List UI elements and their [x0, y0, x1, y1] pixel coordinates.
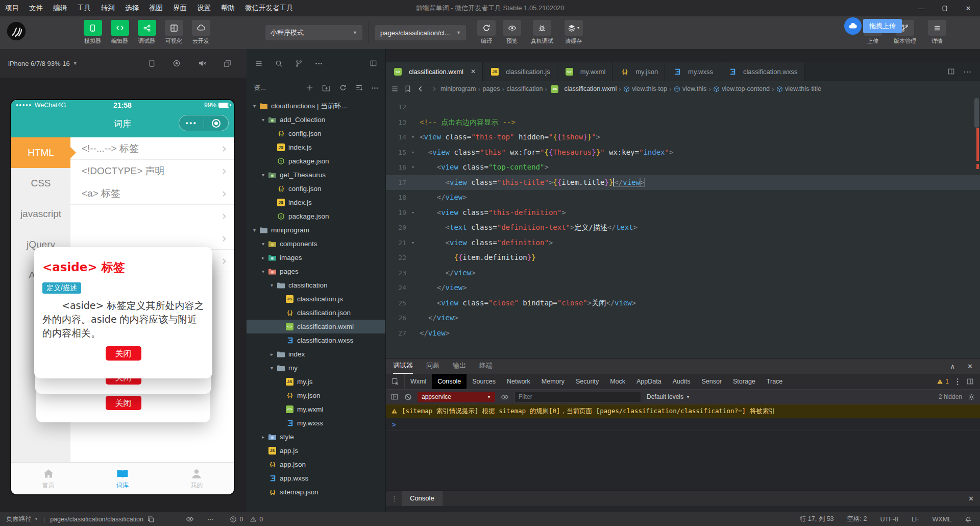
tree-item-package.json[interactable]: Spackage.json — [247, 154, 385, 168]
breadcrumb-item-view.this-top[interactable]: view.this-top — [623, 85, 667, 92]
editor-tab-my.json[interactable]: {..}my.json — [612, 62, 665, 81]
breadcrumb-item-view.this-title[interactable]: view.this-title — [776, 85, 821, 92]
toolbar-button-云开发[interactable]: 云开发 — [187, 20, 214, 45]
search-icon[interactable] — [275, 60, 283, 67]
file-list-icon[interactable] — [255, 60, 263, 67]
device-selector[interactable]: iPhone 6/7/8 93% 16 — [8, 60, 70, 67]
toolbar-button-编辑器[interactable]: 编辑器 — [106, 20, 133, 45]
editor-tab-classification.js[interactable]: JSclassification.js — [483, 62, 557, 81]
tree-item-my.js[interactable]: JSmy.js — [247, 375, 385, 389]
tree-item-classification.json[interactable]: {..}classification.json — [247, 306, 385, 320]
code-line-15[interactable]: 15▾ <view class="this" wx:for="{{Thesaur… — [386, 145, 980, 160]
collapse-sidebar-icon[interactable] — [370, 60, 377, 67]
fold-arrow-icon[interactable]: ▾ — [406, 235, 420, 251]
menu-item-工具[interactable]: 工具 — [72, 0, 96, 16]
console-warning-row[interactable]: [sitemap 索引情况提示] 根据 sitemap 的规则[0]，当前页面 … — [386, 404, 980, 418]
list-item-<!DOCTYPE> 声明[interactable]: <!DOCTYPE> 声明› — [70, 160, 234, 182]
compile-config-select[interactable]: pages/classification/cl...▼ — [375, 25, 466, 40]
tree-item-classification.js[interactable]: JSclassification.js — [247, 292, 385, 306]
menu-item-设置[interactable]: 设置 — [192, 0, 216, 16]
toolbar-button-详情[interactable]: 详情 — [924, 20, 950, 45]
tree-item-config.json[interactable]: {..}config.json — [247, 182, 385, 196]
eol-setting[interactable]: LF — [912, 516, 919, 523]
code-line-16[interactable]: 16▾ <view class="top-contend"> — [386, 160, 980, 175]
clear-console-icon[interactable] — [404, 393, 412, 401]
cloud-upload-icon[interactable] — [844, 17, 862, 35]
devtools-tab-Security[interactable]: Security — [570, 374, 604, 389]
menu-item-界面[interactable]: 界面 — [168, 0, 192, 16]
close-tab-icon[interactable]: ✕ — [471, 68, 476, 75]
devtools-tab-Sources[interactable]: Sources — [467, 374, 501, 389]
code-line-24[interactable]: 24 </view> — [386, 280, 980, 296]
mute-icon[interactable] — [198, 59, 206, 67]
code-line-23[interactable]: 23 </view> — [386, 266, 980, 281]
copy-path-icon[interactable] — [148, 516, 154, 523]
drawer-tab-终端[interactable]: 终端 — [479, 358, 493, 374]
sidebar-item-javascript[interactable]: javascript — [11, 199, 70, 229]
tree-item-index.js[interactable]: JSindex.js — [247, 196, 385, 209]
tree-item-classification[interactable]: ▾classification — [247, 278, 385, 292]
bookmark-icon[interactable] — [405, 85, 411, 92]
collapse-all-icon[interactable] — [355, 84, 363, 91]
list-item[interactable]: › — [70, 227, 234, 250]
tree-item-app.wxss[interactable]: app.wxss — [247, 471, 385, 485]
language-mode[interactable]: WXML — [933, 516, 952, 523]
encoding-setting[interactable]: UTF-8 — [880, 516, 898, 523]
toolbar-button-编译[interactable]: 编译 — [474, 20, 499, 45]
editor-tab-my.wxss[interactable]: my.wxss — [665, 62, 720, 81]
more-icon[interactable] — [315, 62, 323, 65]
sidebar-item-HTML[interactable]: HTML — [11, 137, 70, 168]
list-item[interactable]: › — [70, 205, 234, 227]
collapse-panel-icon[interactable]: ∧ — [950, 363, 955, 370]
drawer-handle-icon[interactable]: ⋮ — [386, 495, 402, 503]
drawer-tab-调试器[interactable]: 调试器 — [393, 358, 413, 374]
kebab-menu-icon[interactable] — [957, 378, 959, 386]
devtools-tab-Mock[interactable]: Mock — [604, 374, 631, 389]
close-button[interactable]: 关闭 — [106, 396, 141, 410]
editor-tab-classification.wxss[interactable]: classification.wxss — [720, 62, 804, 81]
tree-item-my.wxss[interactable]: my.wxss — [247, 416, 385, 430]
float-window-icon[interactable] — [224, 60, 231, 67]
context-select[interactable]: appservice▼ — [418, 392, 495, 402]
code-line-26[interactable]: 26 </view> — [386, 310, 980, 326]
code-line-18[interactable]: 18 </view> — [386, 190, 980, 205]
devtools-tab-Console[interactable]: Console — [432, 374, 467, 389]
breadcrumb-item-classification[interactable]: classification — [507, 85, 543, 92]
menu-item-文件[interactable]: 文件 — [24, 0, 48, 16]
log-levels-select[interactable]: Default levels▼ — [647, 393, 690, 400]
refresh-icon[interactable] — [339, 84, 347, 91]
console-sidebar-icon[interactable] — [390, 393, 399, 400]
toolbar-button-调试器[interactable]: 调试器 — [133, 20, 160, 45]
back-icon[interactable] — [417, 85, 424, 92]
device-frame-icon[interactable] — [149, 59, 155, 67]
console-drawer-tab[interactable]: Console — [402, 491, 443, 506]
cursor-position[interactable]: 行 17, 列 53 — [800, 515, 834, 523]
fold-arrow-icon[interactable]: ▾ — [406, 130, 420, 145]
breadcrumb-item-pages[interactable]: pages — [482, 85, 500, 92]
devtools-tab-Wxml[interactable]: Wxml — [405, 374, 432, 389]
more-menu-icon[interactable]: ●●● — [179, 115, 204, 131]
devtools-tab-Memory[interactable]: Memory — [536, 374, 570, 389]
tree-item-components[interactable]: ▾components — [247, 237, 385, 251]
close-drawer-icon[interactable]: ✕ — [968, 495, 974, 503]
devtools-tab-Sensor[interactable]: Sensor — [696, 374, 727, 389]
menu-item-帮助[interactable]: 帮助 — [216, 0, 240, 16]
indent-setting[interactable]: 空格: 2 — [847, 515, 867, 523]
tree-item-classification.wxml[interactable]: <>classification.wxml — [247, 320, 385, 333]
tree-item-index[interactable]: ▸index — [247, 347, 385, 361]
code-line-20[interactable]: 20 <text class="definition-text">定义/描述</… — [386, 220, 980, 235]
mode-select[interactable]: 小程序模式▼ — [265, 25, 362, 40]
code-line-27[interactable]: 27</view> — [386, 326, 980, 341]
console-prompt[interactable]: > — [386, 418, 980, 431]
live-expression-icon[interactable] — [501, 393, 509, 401]
scrollbar-thumb[interactable] — [974, 98, 979, 128]
split-editor-icon[interactable] — [947, 68, 955, 75]
preview-eye-icon[interactable] — [186, 515, 194, 523]
outline-icon[interactable] — [391, 86, 399, 92]
tree-item-style[interactable]: ▸style — [247, 430, 385, 444]
screenshot-icon[interactable] — [173, 59, 181, 67]
new-folder-icon[interactable] — [322, 84, 331, 92]
tree-item-my[interactable]: ▾my — [247, 361, 385, 375]
devtools-tab-AppData[interactable]: AppData — [631, 374, 667, 389]
breadcrumb-item-view.this[interactable]: view.this — [674, 85, 706, 92]
